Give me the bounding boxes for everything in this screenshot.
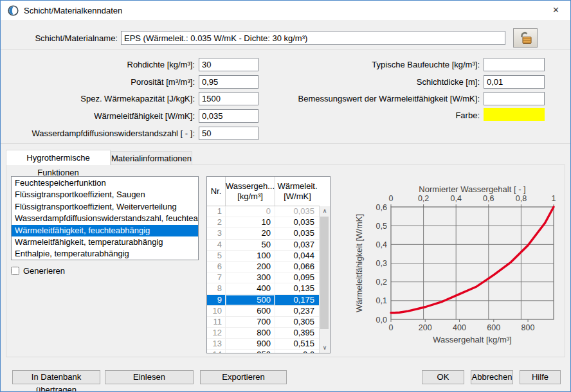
table-cell[interactable]: 10 xyxy=(207,306,226,316)
table-cell[interactable]: 950 xyxy=(226,350,275,353)
generate-checkbox[interactable] xyxy=(11,267,19,275)
table-cell[interactable]: 0,035 xyxy=(275,217,320,227)
import-button[interactable]: Einlesen xyxy=(105,370,194,384)
ok-button[interactable]: OK xyxy=(422,370,464,384)
rohdichte-input[interactable] xyxy=(199,58,258,71)
table-cell[interactable]: 6 xyxy=(207,262,226,272)
list-item[interactable]: Wärmeleitfähigkeit, temperaturabhängig xyxy=(12,236,198,248)
table-cell[interactable]: 0,515 xyxy=(275,339,320,349)
table-scrollbar[interactable]: ∧ ∨ xyxy=(319,206,330,353)
material-dialog: Schicht/Materialkenndaten ✕ Schicht/Mate… xyxy=(0,0,571,392)
list-item[interactable]: Wärmeleitfähigkeit, feuchteabhängig xyxy=(12,225,198,236)
list-item[interactable]: Flüssigtransportkoeffizient, Weiterverte… xyxy=(12,201,198,213)
table-row[interactable]: 4500,037 xyxy=(207,240,320,251)
close-icon[interactable]: ✕ xyxy=(541,1,570,20)
table-cell[interactable]: 700 xyxy=(226,317,275,327)
table-cell[interactable]: 0,6 xyxy=(275,350,320,353)
table-row[interactable]: 51000,044 xyxy=(207,251,320,262)
table-cell[interactable]: 9 xyxy=(207,295,226,305)
scroll-up-icon[interactable]: ∧ xyxy=(320,206,330,216)
table-row[interactable]: 117000,305 xyxy=(207,317,320,328)
table-cell[interactable]: 8 xyxy=(207,283,226,294)
svg-text:800: 800 xyxy=(521,323,535,332)
table-cell[interactable]: 900 xyxy=(226,339,275,349)
table-row[interactable]: 62000,066 xyxy=(207,262,320,272)
table-row[interactable]: 3200,035 xyxy=(207,228,320,239)
lock-button[interactable] xyxy=(513,28,538,48)
table-row[interactable]: 128000,395 xyxy=(207,328,320,339)
table-cell[interactable]: 20 xyxy=(226,228,275,238)
table-cell[interactable]: 200 xyxy=(226,262,275,272)
export-button[interactable]: Exportieren xyxy=(200,370,287,384)
table-cell[interactable]: 0,135 xyxy=(275,283,320,294)
diffusionswiderstand-input[interactable] xyxy=(199,127,258,140)
table-row[interactable]: 95000,175 xyxy=(207,295,320,306)
table-cell[interactable]: 0,175 xyxy=(275,295,320,305)
table-cell[interactable]: 100 xyxy=(226,251,275,261)
table-cell[interactable]: 0,035 xyxy=(275,228,320,238)
table-cell[interactable]: 3 xyxy=(207,228,226,238)
table-row[interactable]: 139000,515 xyxy=(207,339,320,350)
column-header-wassergehalt[interactable]: Wassergeh...[kg/m³] xyxy=(226,177,275,206)
table-cell[interactable]: 2 xyxy=(207,217,226,227)
cancel-button[interactable]: Abbrechen xyxy=(471,370,513,384)
table-row[interactable]: 100,035 xyxy=(207,206,320,217)
table-cell[interactable]: 13 xyxy=(207,339,226,349)
diffusionswiderstand-label: Wasserdampfdiffusionswiderstandszahl [ -… xyxy=(32,129,195,138)
list-item[interactable]: Enthalpie, temperaturabhängig xyxy=(12,248,198,260)
bemessungswert-input[interactable] xyxy=(484,92,545,105)
table-cell[interactable]: 0,044 xyxy=(275,251,320,261)
scroll-down-icon[interactable]: ∨ xyxy=(320,343,330,353)
table-row[interactable]: 106000,237 xyxy=(207,306,320,317)
porositaet-input[interactable] xyxy=(199,75,258,89)
table-cell[interactable]: 0,305 xyxy=(275,317,320,327)
tab-hygrothermische-funktionen[interactable]: Hygrothermische Funktionen xyxy=(6,150,111,165)
table-cell[interactable]: 0,037 xyxy=(275,240,320,250)
table-cell[interactable]: 14 xyxy=(207,350,226,353)
rohdichte-label: Rohdichte [kg/m³]: xyxy=(127,60,195,69)
tab-materialinformationen[interactable]: Materialinformationen xyxy=(111,151,192,165)
baufeuchte-input[interactable] xyxy=(484,58,545,71)
water-content-table: Nr. Wassergeh...[kg/m³] Wärmeleit.[W/mK]… xyxy=(206,176,331,353)
column-header-waermeleitfaehigkeit[interactable]: Wärmeleit.[W/mK] xyxy=(275,177,320,206)
list-item[interactable]: Wasserdampfdiffusionswiderstandszahl, fe… xyxy=(12,213,198,224)
table-row[interactable]: 2100,035 xyxy=(207,217,320,228)
table-row[interactable]: 73000,095 xyxy=(207,272,320,283)
table-cell[interactable]: 12 xyxy=(207,328,226,338)
svg-text:0,3: 0,3 xyxy=(376,259,387,268)
table-cell[interactable]: 500 xyxy=(226,295,275,305)
table-cell[interactable]: 300 xyxy=(226,272,275,283)
table-cell[interactable]: 0,395 xyxy=(275,328,320,338)
table-cell[interactable]: 50 xyxy=(226,240,275,250)
table-cell[interactable]: 0 xyxy=(226,206,275,217)
table-cell[interactable]: 0,035 xyxy=(275,206,320,217)
table-cell[interactable]: 4 xyxy=(207,240,226,250)
table-cell[interactable]: 5 xyxy=(207,251,226,261)
table-cell[interactable]: 0,066 xyxy=(275,262,320,272)
baufeuchte-label: Typische Baufeuchte [kg/m³]: xyxy=(372,60,480,69)
table-cell[interactable]: 400 xyxy=(226,283,275,294)
table-cell[interactable]: 11 xyxy=(207,317,226,327)
waermekapazitaet-input[interactable] xyxy=(199,92,258,105)
table-cell[interactable]: 7 xyxy=(207,272,226,283)
waermeleitfaehigkeit-input[interactable] xyxy=(199,109,258,123)
svg-text:0,4: 0,4 xyxy=(376,240,387,249)
scrollbar-thumb[interactable] xyxy=(320,217,329,329)
color-swatch[interactable] xyxy=(484,108,545,121)
help-button[interactable]: Hilfe xyxy=(520,370,561,384)
table-cell[interactable]: 10 xyxy=(226,217,275,227)
table-cell[interactable]: 1 xyxy=(207,206,226,217)
table-row[interactable]: 149500,6 xyxy=(207,350,320,353)
table-cell[interactable]: 600 xyxy=(226,306,275,316)
list-item[interactable]: Flüssigtransportkoeffizient, Saugen xyxy=(12,189,198,200)
transfer-to-database-button[interactable]: In Datenbank übertragen xyxy=(12,370,100,384)
table-cell[interactable]: 800 xyxy=(226,328,275,338)
column-header-nr[interactable]: Nr. xyxy=(207,177,226,206)
schichtdicke-input[interactable] xyxy=(484,75,545,89)
table-cell[interactable]: 0,237 xyxy=(275,306,320,316)
thermal-conductivity-chart: 00,20,40,60,8102004006008000,60,50,40,30… xyxy=(347,167,570,355)
table-row[interactable]: 84000,135 xyxy=(207,283,320,294)
porositaet-label: Porosität [m³/m³]: xyxy=(131,77,195,87)
table-cell[interactable]: 0,095 xyxy=(275,272,320,283)
material-name-input[interactable] xyxy=(121,31,505,45)
